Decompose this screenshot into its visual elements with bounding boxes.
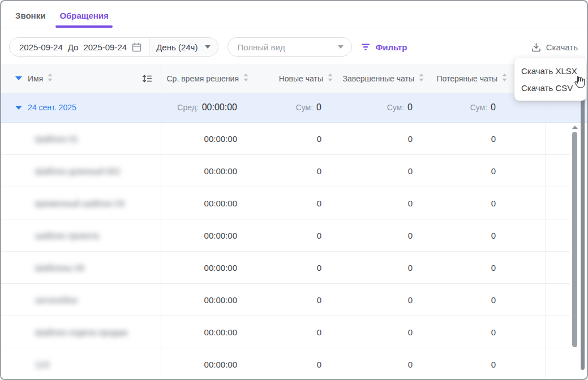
scrollbar-up-arrow[interactable]	[572, 126, 578, 129]
sum-label: Сум:	[470, 103, 487, 112]
analytics-window: Звонки Обращения 2025-09-24 До 2025-09-2…	[0, 0, 588, 380]
window-scrollbar-thumb[interactable]	[581, 98, 585, 370]
column-header-completed-chats[interactable]: Завершенные чаты	[342, 74, 414, 83]
row-new-chats: 0	[317, 198, 321, 208]
row-name-blurred: Шаблон отдела продаж	[25, 321, 138, 344]
avg-label: Сред:	[177, 103, 198, 112]
sum-label: Сум:	[296, 103, 313, 112]
column-header-name[interactable]: Имя	[28, 74, 43, 83]
header-lost-chats-cell[interactable]: Потеряные чаты	[426, 64, 509, 93]
report-table: Имя Ср. время решения Новые	[1, 64, 587, 380]
date-range-separator: До	[68, 42, 79, 52]
row-name-blurred: Шаблон длинный 002	[25, 159, 131, 183]
row-avg-time: 00:00:00	[204, 231, 237, 240]
row-lost-chats: 0	[491, 231, 496, 240]
row-name-blurred: Шаблоны 05	[25, 256, 95, 279]
sort-icon[interactable]	[48, 74, 53, 84]
table-row[interactable]: Шаблон длинный 002 00:00:00 0 0 0	[1, 155, 570, 187]
row-completed-chats: 0	[408, 134, 413, 144]
row-name-blurred: шаблон проекта	[25, 224, 109, 247]
download-icon	[531, 42, 541, 52]
calendar-icon[interactable]	[132, 42, 141, 52]
table-row[interactable]: Шаблоны 05 00:00:00 0 0 0	[1, 252, 570, 284]
row-new-chats: 0	[317, 134, 321, 144]
sort-icon[interactable]	[502, 74, 507, 84]
row-lost-chats: 0	[491, 327, 496, 337]
expand-caret-icon[interactable]	[15, 106, 22, 110]
header-avg-time-cell[interactable]: Ср. время решения	[161, 64, 251, 93]
download-button[interactable]: Скачать	[531, 42, 579, 52]
row-name-blurred: service/line	[25, 288, 88, 312]
row-lost-chats: 0	[491, 134, 496, 144]
view-select-placeholder: Полный вид	[237, 42, 285, 52]
period-select-value: День (24ч)	[156, 42, 198, 52]
row-height-icon[interactable]	[142, 74, 152, 83]
row-new-chats: 0	[317, 295, 321, 305]
chevron-down-icon	[338, 45, 344, 49]
row-lost-chats: 0	[491, 360, 496, 369]
filter-icon	[361, 43, 370, 51]
row-lost-chats: 0	[491, 198, 496, 208]
row-new-chats: 0	[317, 360, 321, 369]
column-divider	[546, 64, 546, 380]
toolbar: 2025-09-24 До 2025-09-24 День (24ч) Полн…	[1, 37, 587, 57]
table-row[interactable]: Шаблон отдела продаж 00:00:00 0 0 0	[1, 316, 570, 348]
sum-new-value: 0	[316, 102, 321, 113]
filter-button[interactable]: Фильтр	[361, 42, 407, 52]
sum-completed-value: 0	[407, 102, 413, 113]
table-scrollbar-thumb[interactable]	[572, 132, 577, 347]
header-name-cell[interactable]: Имя	[1, 64, 161, 93]
row-completed-chats: 0	[408, 231, 413, 240]
summary-row[interactable]: 24 сент. 2025 Сред: 00:00:00 Сум: 0 Сум:…	[1, 93, 587, 123]
row-avg-time: 00:00:00	[204, 360, 237, 369]
row-name-blurred: 123	[25, 353, 59, 376]
date-to-value[interactable]: 2025-09-24	[83, 42, 127, 52]
row-completed-chats: 0	[408, 295, 413, 305]
column-header-lost-chats[interactable]: Потеряные чаты	[436, 74, 497, 83]
table-row[interactable]: 123 00:00:00 0 0 0	[1, 348, 570, 380]
header-new-chats-cell[interactable]: Новые чаты	[251, 64, 335, 93]
sort-icon[interactable]	[419, 74, 424, 84]
row-lost-chats: 0	[491, 166, 496, 176]
date-from-value[interactable]: 2025-09-24	[19, 42, 63, 52]
row-avg-time: 00:00:00	[204, 295, 237, 305]
row-lost-chats: 0	[491, 263, 496, 273]
mouse-cursor-hand-icon	[573, 75, 585, 91]
table-row[interactable]: шаблон проекта 00:00:00 0 0 0	[1, 219, 570, 252]
row-avg-time: 00:00:00	[204, 263, 237, 273]
header-completed-chats-cell[interactable]: Завершенные чаты	[335, 64, 426, 93]
avg-value: 00:00:00	[202, 102, 237, 113]
row-completed-chats: 0	[408, 198, 413, 208]
collapse-caret-icon[interactable]	[15, 76, 22, 80]
view-select[interactable]: Полный вид	[228, 37, 352, 57]
tab-bar: Звонки Обращения	[1, 1, 587, 28]
table-header-row: Имя Ср. время решения Новые	[1, 64, 587, 93]
row-completed-chats: 0	[408, 263, 413, 273]
date-range-picker[interactable]: 2025-09-24 До 2025-09-24	[10, 38, 149, 56]
row-completed-chats: 0	[408, 166, 413, 176]
download-button-label: Скачать	[546, 42, 578, 52]
date-range-control: 2025-09-24 До 2025-09-24 День (24ч)	[9, 37, 218, 57]
period-select[interactable]: День (24ч)	[149, 38, 218, 56]
table-row[interactable]: service/line 00:00:00 0 0 0	[1, 284, 570, 316]
table-body: Шаблон 01 00:00:00 0 0 0 Шаблон длинный …	[1, 123, 587, 380]
row-new-chats: 0	[317, 166, 321, 176]
row-completed-chats: 0	[408, 360, 413, 369]
row-avg-time: 00:00:00	[204, 327, 237, 337]
sort-icon[interactable]	[328, 74, 333, 84]
row-avg-time: 00:00:00	[204, 198, 237, 208]
row-new-chats: 0	[317, 263, 321, 273]
sum-label: Сум:	[387, 103, 404, 112]
column-header-new-chats[interactable]: Новые чаты	[279, 74, 323, 83]
tab-calls[interactable]: Звонки	[11, 3, 49, 28]
row-new-chats: 0	[317, 231, 321, 240]
summary-date[interactable]: 24 сент. 2025	[28, 103, 76, 112]
tab-requests[interactable]: Обращения	[55, 3, 112, 28]
table-row[interactable]: временный шаблон 03 00:00:00 0 0 0	[1, 187, 570, 219]
sort-icon[interactable]	[243, 74, 248, 84]
table-row[interactable]: Шаблон 01 00:00:00 0 0 0	[1, 123, 570, 155]
row-new-chats: 0	[317, 327, 321, 337]
row-lost-chats: 0	[491, 295, 496, 305]
filter-button-label: Фильтр	[375, 42, 407, 52]
column-header-avg-time[interactable]: Ср. время решения	[166, 74, 239, 83]
